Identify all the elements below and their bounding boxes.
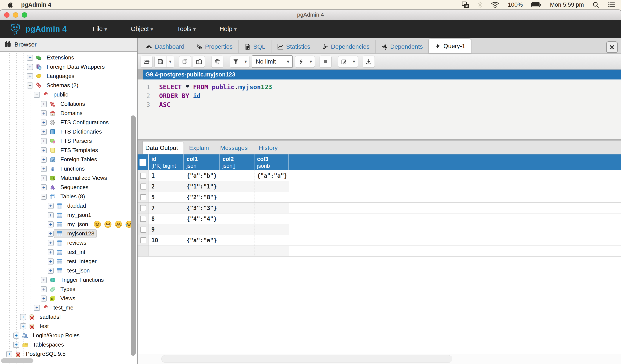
tree-item-test-me[interactable]: +test_me — [0, 303, 137, 312]
tab-sql[interactable]: SQL — [239, 40, 272, 53]
tree-item-fts-dictionaries[interactable]: +FTS Dictionaries — [0, 127, 137, 136]
cell[interactable] — [220, 235, 254, 246]
filter-options-button[interactable]: ▾ — [242, 56, 250, 68]
tree-item-tables-8[interactable]: −Tables (8) — [0, 192, 137, 201]
cell[interactable] — [254, 192, 289, 203]
cell[interactable]: 8 — [149, 213, 184, 224]
tab-properties[interactable]: Properties — [190, 40, 239, 53]
cell[interactable]: 10 — [149, 235, 184, 246]
open-file-button[interactable] — [140, 56, 153, 68]
cell[interactable] — [220, 246, 254, 256]
cell[interactable] — [149, 246, 184, 256]
save-options-button[interactable]: ▾ — [167, 56, 174, 68]
expander-plus-icon[interactable]: + — [41, 101, 47, 107]
tab-dependents[interactable]: Dependents — [376, 40, 429, 53]
cell[interactable] — [220, 170, 254, 181]
tree-item-my-json[interactable]: +my_json — [0, 220, 137, 229]
row-select-cell[interactable] — [138, 224, 149, 235]
expander-plus-icon[interactable]: + — [48, 203, 54, 209]
expander-plus-icon[interactable]: + — [27, 55, 33, 61]
cell[interactable]: {"a":"a"} — [184, 235, 220, 246]
stop-query-button[interactable] — [320, 56, 332, 68]
expander-minus-icon[interactable]: − — [27, 82, 33, 89]
save-button[interactable] — [154, 56, 167, 68]
expander-plus-icon[interactable]: + — [41, 129, 47, 135]
battery-icon[interactable] — [531, 2, 541, 7]
tree-item-types[interactable]: +Types — [0, 285, 137, 294]
close-panel-button[interactable] — [606, 41, 618, 53]
expander-plus-icon[interactable]: + — [13, 332, 19, 339]
expander-plus-icon[interactable]: + — [41, 110, 47, 116]
tree-item-sadfadsf[interactable]: +sadfadsf — [0, 312, 137, 322]
cell[interactable]: {"a":"a"} — [254, 170, 289, 181]
sidebar-horizontal-scrollbar[interactable] — [1, 358, 34, 363]
notification-center-icon[interactable] — [608, 2, 615, 8]
expander-plus-icon[interactable]: + — [48, 268, 54, 274]
cell[interactable] — [220, 203, 254, 213]
display-mirroring-icon[interactable] — [462, 1, 469, 8]
tree-item-myjson123[interactable]: +myjson123 — [0, 229, 137, 238]
cell[interactable] — [184, 246, 220, 256]
row-select-cell[interactable] — [138, 213, 149, 224]
cell[interactable] — [254, 213, 289, 224]
expander-plus-icon[interactable]: + — [48, 231, 54, 237]
expander-plus-icon[interactable]: + — [20, 323, 26, 329]
tree-item-fts-configurations[interactable]: +FTS Configurations — [0, 118, 137, 127]
column-header-col1[interactable]: col1json — [184, 154, 220, 170]
tree-item-postgresql-9-5[interactable]: +PostgreSQL 9.5 — [0, 349, 137, 359]
cell[interactable] — [220, 181, 254, 192]
tab-statistics[interactable]: Statistics — [272, 40, 316, 53]
select-all-checkbox[interactable] — [138, 154, 149, 170]
expander-plus-icon[interactable]: + — [48, 212, 54, 218]
minimize-window-button[interactable] — [13, 12, 18, 18]
cell[interactable]: {"1":"1"} — [184, 181, 220, 192]
expander-plus-icon[interactable]: + — [41, 286, 47, 292]
tree-item-login-group-roles[interactable]: +Login/Group Roles — [0, 331, 137, 340]
sidebar-vertical-scrollbar[interactable] — [131, 115, 136, 356]
cell[interactable] — [254, 203, 289, 213]
expander-plus-icon[interactable]: + — [41, 166, 47, 172]
delete-row-button[interactable] — [211, 56, 223, 68]
tree-item-materialized-views[interactable]: +MMaterialized Views — [0, 173, 137, 183]
tree-item-fts-parsers[interactable]: +FTS Parsers — [0, 136, 137, 146]
output-tab-history[interactable]: History — [253, 142, 283, 154]
tree-item-my-json1[interactable]: +my_json1 — [0, 210, 137, 220]
cell[interactable]: 1 — [149, 170, 184, 181]
expander-plus-icon[interactable]: + — [13, 342, 19, 348]
cell[interactable] — [220, 224, 254, 235]
tree-item-languages[interactable]: +Languages — [0, 72, 137, 81]
tab-dependencies[interactable]: Dependencies — [316, 40, 376, 53]
tree-item-foreign-data-wrappers[interactable]: +Foreign Data Wrappers — [0, 62, 137, 72]
expander-minus-icon[interactable]: − — [41, 194, 47, 200]
tree-item-test-json[interactable]: +test_json — [0, 266, 137, 275]
row-checkbox[interactable] — [140, 216, 146, 222]
cell[interactable] — [254, 181, 289, 192]
cell[interactable] — [220, 192, 254, 203]
cell[interactable] — [254, 224, 289, 235]
expander-minus-icon[interactable]: − — [34, 92, 40, 98]
row-select-cell[interactable] — [138, 192, 149, 203]
expander-plus-icon[interactable]: + — [41, 184, 47, 190]
paste-row-button[interactable] — [193, 56, 205, 68]
tree-item-reviews[interactable]: +reviews — [0, 238, 137, 248]
output-tab-messages[interactable]: Messages — [215, 142, 253, 154]
row-checkbox[interactable] — [140, 194, 146, 200]
execute-options-button[interactable]: ▾ — [307, 56, 315, 68]
tree-item-fts-templates[interactable]: +FTS Templates — [0, 146, 137, 155]
expander-plus-icon[interactable]: + — [27, 73, 33, 79]
expander-plus-icon[interactable]: + — [41, 138, 47, 144]
new-row-placeholder[interactable] — [138, 246, 621, 256]
cell[interactable] — [220, 213, 254, 224]
tree-item-public[interactable]: −public — [0, 90, 137, 99]
row-select-cell[interactable] — [138, 235, 149, 246]
cell[interactable]: {"2":"8"} — [184, 192, 220, 203]
expander-plus-icon[interactable]: + — [48, 258, 54, 265]
expander-plus-icon[interactable]: + — [20, 314, 26, 320]
cell[interactable]: 2 — [149, 181, 184, 192]
menu-tools[interactable]: Tools▾ — [177, 25, 196, 32]
cell[interactable]: 9 — [149, 224, 184, 235]
expander-plus-icon[interactable]: + — [41, 277, 47, 283]
tree-item-tablespaces[interactable]: +Tablespaces — [0, 340, 137, 349]
tree-item-test[interactable]: +test — [0, 322, 137, 331]
bluetooth-icon[interactable] — [478, 1, 482, 8]
